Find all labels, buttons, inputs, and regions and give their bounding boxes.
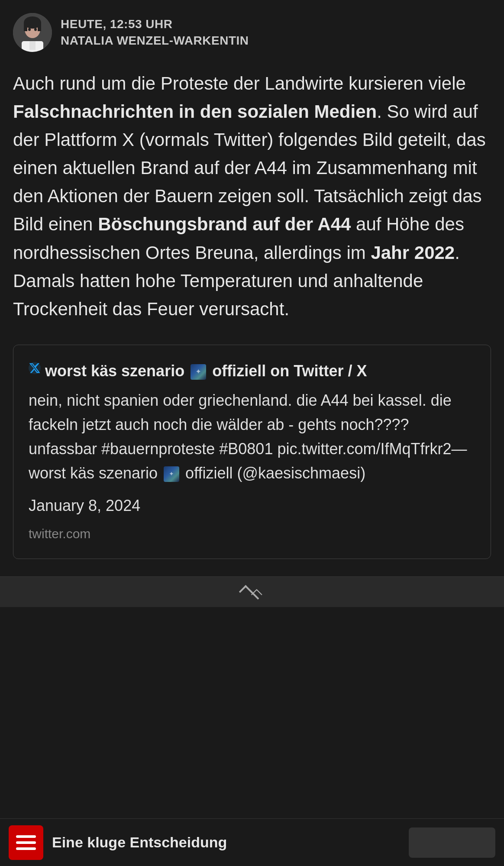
chevron-bar[interactable] — [0, 576, 504, 607]
svg-rect-4 — [38, 23, 41, 31]
svg-point-5 — [28, 28, 31, 31]
author-info: HEUTE, 12:53 UHR NATALIA WENZEL-WARKENTI… — [61, 17, 249, 48]
article-text-intro: Auch rund um die Proteste der Landwirte … — [13, 73, 466, 94]
avatar — [13, 13, 52, 52]
tweet-title-block: worst käs szenario offiziell on Twitter … — [45, 360, 367, 382]
author-row: HEUTE, 12:53 UHR NATALIA WENZEL-WARKENTI… — [13, 13, 491, 52]
tweet-card[interactable]: worst käs szenario offiziell on Twitter … — [13, 345, 491, 559]
bottom-action-button[interactable] — [409, 827, 495, 858]
twitter-x-icon — [29, 362, 41, 377]
tweet-header: worst käs szenario offiziell on Twitter … — [29, 360, 475, 382]
svg-rect-8 — [29, 41, 36, 50]
bottom-bar: Eine kluge Entscheidung — [0, 818, 504, 866]
article-text-bold3: Jahr 2022 — [371, 242, 455, 263]
tweet-date: January 8, 2024 — [29, 494, 475, 518]
main-container: HEUTE, 12:53 UHR NATALIA WENZEL-WARKENTI… — [0, 0, 504, 559]
tweet-body: nein, nicht spanien oder griechenland. d… — [29, 388, 475, 485]
article-text-bold1: Falschnachrichten in den sozialen Medien — [13, 101, 377, 122]
svg-rect-3 — [24, 23, 27, 31]
publish-time: HEUTE, 12:53 UHR — [61, 17, 249, 31]
bottom-logo — [9, 825, 43, 860]
article-body: Auch rund um die Proteste der Landwirte … — [13, 69, 491, 323]
tweet-account-name: worst käs szenario offiziell on Twitter … — [45, 362, 367, 380]
svg-point-6 — [34, 28, 37, 31]
svg-rect-13 — [16, 847, 36, 850]
svg-rect-11 — [16, 835, 36, 838]
tweet-text-main: nein, nicht spanien oder griechenland. d… — [29, 391, 467, 481]
article-text-bold2: Böschungsbrand auf der A44 — [98, 214, 351, 234]
tweet-emoji-2 — [164, 466, 179, 482]
bottom-promo-text: Eine kluge Entscheidung — [52, 834, 400, 851]
tweet-emoji-1 — [191, 364, 206, 380]
tweet-source: twitter.com — [29, 527, 475, 541]
svg-rect-12 — [16, 841, 36, 844]
chevron-up-icon[interactable] — [241, 585, 263, 598]
author-name: NATALIA WENZEL-WARKENTIN — [61, 34, 249, 48]
